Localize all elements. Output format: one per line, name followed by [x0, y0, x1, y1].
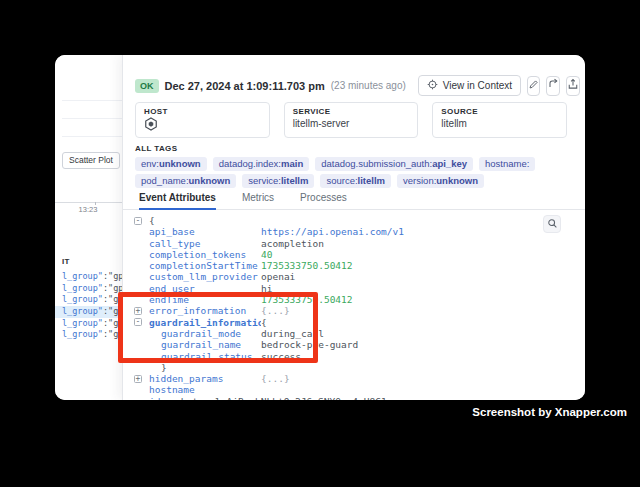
tag-key: datadog.submission_auth: [321, 158, 432, 169]
tab[interactable]: Processes [300, 192, 347, 209]
source-box[interactable]: SOURCE litellm [432, 102, 567, 138]
attribute-value: acompletion [261, 238, 324, 249]
attribute-row[interactable]: idchatcmpl-AjBrxhNLht9v2J6rSNYOmp4pH8G1n [123, 396, 585, 400]
tag-pill[interactable]: pod_name:unknown [135, 174, 236, 188]
time-axis [55, 202, 122, 203]
list-item-key: l_group" [62, 294, 103, 304]
attribute-value[interactable]: https://api.openai.com/v1 [261, 226, 404, 237]
attribute-value: } [161, 362, 167, 373]
host-hexagon-icon [144, 117, 158, 135]
app-window: Scatter Plot 13:23 IT l_group":"gpt-4ol_… [55, 55, 585, 400]
export-button[interactable] [566, 76, 580, 96]
tag-key: source: [326, 175, 357, 186]
tag-key: hostname: [485, 158, 529, 169]
list-item[interactable]: l_group":"gpt-4o [55, 318, 122, 330]
host-label: HOST [144, 107, 261, 116]
list-item-key: l_group" [62, 329, 103, 339]
tag-key: env: [141, 158, 159, 169]
tag-pill[interactable]: datadog.index:main [213, 157, 310, 171]
attribute-value: openai [261, 271, 295, 282]
service-label: SERVICE [293, 107, 410, 116]
event-timestamp: Dec 27, 2024 at 1:09:11.703 pm [165, 80, 325, 92]
attribute-value: 40 [261, 249, 272, 260]
attribute-value: { [149, 215, 155, 226]
tag-value: unknown [436, 175, 478, 186]
list-item-value: :"gpt-4o [103, 271, 122, 281]
tab[interactable]: Metrics [242, 192, 274, 209]
attribute-row[interactable]: +hidden_params{...} [123, 373, 585, 384]
status-badge: OK [135, 79, 159, 93]
list-item-key: l_group" [62, 306, 103, 316]
tag-value: litellm [358, 175, 385, 186]
tag-list: env:unknowndatadog.index:maindatadog.sub… [135, 157, 571, 188]
host-box[interactable]: HOST [135, 102, 270, 138]
source-label: SOURCE [441, 107, 558, 116]
panel-tabs: Event AttributesMetricsProcesses [123, 188, 585, 210]
service-box[interactable]: SERVICE litellm-server [284, 102, 419, 138]
view-in-context-label: View in Context [443, 80, 512, 91]
view-in-context-button[interactable]: View in Context [418, 75, 521, 96]
tab[interactable]: Event Attributes [139, 192, 216, 210]
tag-pill[interactable]: version:unknown [397, 174, 484, 188]
list-item-key: l_group" [62, 318, 103, 328]
list-item[interactable]: l_group":"gpt-4o [55, 306, 122, 318]
expander-icon[interactable]: + [134, 375, 142, 383]
tag-key: version: [403, 175, 436, 186]
attribute-key: hostname [149, 384, 261, 395]
tab-label: Event Attributes [139, 192, 216, 203]
list-item-key: l_group" [62, 271, 103, 281]
tag-pill[interactable]: source:litellm [320, 174, 391, 188]
events-list: l_group":"gpt-4ol_group":"gpt-4ol_group"… [55, 271, 122, 341]
tag-key: service: [248, 175, 281, 186]
tag-value: main [281, 158, 303, 169]
export-icon [567, 78, 579, 93]
tag-pill[interactable]: hostname: [479, 157, 535, 171]
tag-pill[interactable]: datadog.submission_auth:api_key [315, 157, 473, 171]
axis-tick-label: 13:23 [73, 205, 103, 214]
link-arrow-button[interactable] [546, 76, 560, 96]
highlight-annotation-box [118, 292, 318, 363]
attribute-row[interactable]: hostname [123, 384, 585, 395]
tab-label: Processes [300, 192, 347, 203]
attribute-key: hidden_params [149, 373, 261, 384]
tag-value: unknown [189, 175, 231, 186]
attribute-key: id [149, 396, 175, 400]
list-item-key: l_group" [62, 283, 103, 293]
scope-icon [427, 79, 438, 92]
attribute-row[interactable]: completion_tokens40 [123, 249, 585, 260]
attribute-row[interactable]: completionStartTime1735333750.50412 [123, 260, 585, 271]
attribute-row[interactable]: custom_llm_provideropenai [123, 271, 585, 282]
tag-value: api_key [432, 158, 467, 169]
list-item[interactable]: l_group":"gpt-4o [55, 283, 122, 295]
attribute-row[interactable]: api_basehttps://api.openai.com/v1 [123, 226, 585, 237]
tag-key: datadog.index: [219, 158, 281, 169]
attribute-key: completionStartTime [149, 260, 261, 271]
expander-icon[interactable]: - [134, 217, 142, 225]
background-row-divider [62, 118, 122, 119]
attribute-value: 1735333750.50412 [261, 260, 353, 271]
background-row-divider [62, 100, 122, 101]
scatter-plot-button[interactable]: Scatter Plot [62, 152, 120, 169]
list-item[interactable]: l_group":"gpt-4o [55, 271, 122, 283]
relative-time: (23 minutes ago) [331, 80, 406, 91]
attribute-key: custom_llm_provider [149, 271, 261, 282]
all-tags-section: ALL TAGS env:unknowndatadog.index:mainda… [123, 144, 585, 188]
edit-pencil-icon [528, 78, 539, 93]
attribute-row[interactable]: call_typeacompletion [123, 238, 585, 249]
source-value: litellm [441, 118, 558, 129]
tag-pill[interactable]: service:litellm [242, 174, 314, 188]
edit-button[interactable] [527, 76, 540, 96]
attribute-row[interactable]: } [123, 362, 585, 373]
events-list-background: Scatter Plot 13:23 IT l_group":"gpt-4ol_… [55, 55, 122, 400]
watermark: Screenshot by Xnapper.com [472, 406, 627, 418]
background-row-divider [62, 136, 122, 137]
tab-label: Metrics [242, 192, 274, 203]
attribute-key: completion_tokens [149, 249, 261, 260]
tag-pill[interactable]: env:unknown [135, 157, 207, 171]
tag-value: litellm [281, 175, 308, 186]
attribute-row[interactable]: -{ [123, 215, 585, 226]
list-item[interactable]: l_group":"gpt-4o [55, 329, 122, 341]
attribute-value: {...} [261, 373, 290, 384]
list-item[interactable]: l_group":"gpt-4o [55, 294, 122, 306]
service-value: litellm-server [293, 118, 410, 129]
